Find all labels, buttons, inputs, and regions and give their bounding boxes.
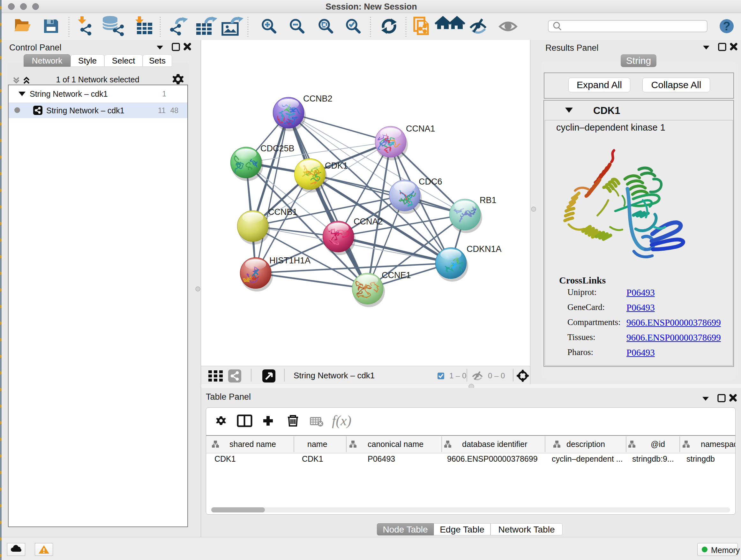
svg-text:CCNA1: CCNA1 [406, 124, 435, 133]
svg-text:CCNE1: CCNE1 [382, 270, 411, 280]
svg-text:CCNB2: CCNB2 [303, 94, 333, 104]
svg-text:CCNA2: CCNA2 [354, 217, 383, 226]
svg-text:CCNB1: CCNB1 [268, 207, 297, 217]
svg-text:HIST1H1A: HIST1H1A [269, 256, 311, 265]
svg-text:CDC6: CDC6 [419, 177, 442, 186]
svg-text:CDC25B: CDC25B [260, 144, 294, 153]
svg-text:CDKN1A: CDKN1A [467, 244, 502, 254]
svg-text:f(x): f(x) [332, 413, 351, 428]
svg-text:CDK1: CDK1 [325, 161, 348, 171]
svg-text:?: ? [723, 19, 730, 33]
svg-text:RB1: RB1 [480, 195, 496, 205]
